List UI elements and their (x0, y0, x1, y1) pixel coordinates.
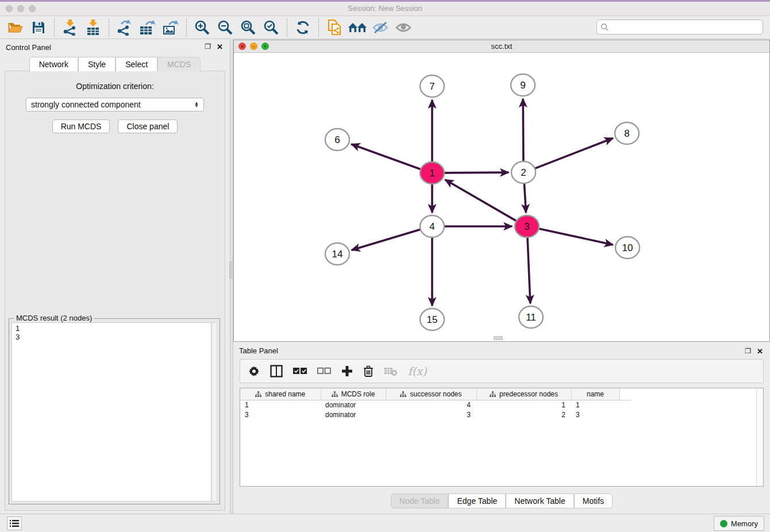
tab-edge-table[interactable]: Edge Table (448, 494, 506, 508)
table-settings-gear-icon[interactable] (248, 363, 260, 380)
table-row[interactable]: 1dominator411 (240, 400, 631, 410)
export-image-icon[interactable] (161, 18, 180, 37)
table-cell[interactable]: 4 (386, 400, 476, 410)
export-network-icon[interactable] (115, 18, 134, 37)
tab-motifs[interactable]: Motifs (574, 494, 613, 508)
mcds-result-title: MCDS result (2 nodes) (14, 314, 94, 322)
table-cell[interactable]: 3 (571, 410, 619, 419)
column-header-successor-nodes[interactable]: successor nodes (386, 388, 476, 400)
import-table-icon[interactable] (83, 18, 103, 37)
tab-mcds[interactable]: MCDS (157, 57, 201, 71)
task-history-button[interactable] (7, 516, 22, 530)
close-panel-icon[interactable]: ✕ (217, 43, 223, 51)
hide-selected-eye-icon[interactable] (371, 18, 390, 37)
node-table: shared nameMCDS rolesuccessor nodesprede… (240, 388, 764, 487)
window-title: Session: New Session (0, 4, 770, 13)
graph-edge-3-11[interactable] (528, 237, 530, 303)
delete-column-trash-icon[interactable] (363, 363, 374, 380)
table-cell[interactable]: 2 (476, 410, 571, 419)
table-cell[interactable]: 3 (386, 410, 476, 419)
memory-button[interactable]: Memory (714, 516, 764, 531)
graph-edge-3-10[interactable] (538, 229, 613, 245)
import-network-icon[interactable] (60, 18, 80, 37)
table-cell[interactable]: 1 (240, 400, 321, 410)
table-row[interactable]: 3dominator323 (240, 410, 631, 419)
search-input[interactable] (611, 23, 759, 32)
search-icon (600, 23, 609, 31)
table-scrollbar[interactable] (756, 388, 763, 486)
node-table-grid: shared nameMCDS rolesuccessor nodesprede… (240, 388, 631, 419)
column-header-predecessor-nodes[interactable]: predecessor nodes (476, 388, 571, 400)
float-table-panel-icon[interactable]: ❐ (745, 347, 751, 356)
tab-select[interactable]: Select (116, 57, 157, 71)
table-cell[interactable]: dominator (321, 400, 386, 410)
table-panel-title: Table Panel (239, 346, 278, 355)
table-cell[interactable]: 1 (571, 400, 619, 410)
tab-network[interactable]: Network (29, 57, 78, 71)
clone-network-icon[interactable] (325, 18, 344, 37)
graph-edge-2-3[interactable] (524, 183, 526, 213)
delete-table-icon[interactable] (384, 363, 398, 380)
optimization-criterion-select[interactable]: strongly connected component ▲▼ (26, 98, 204, 111)
graph-node-label-15: 15 (427, 314, 438, 325)
control-panel-tabs: Network Style Select MCDS (0, 57, 230, 71)
tab-node-table[interactable]: Node Table (391, 494, 449, 508)
export-table-icon[interactable] (138, 18, 157, 37)
graph-node-label-2: 2 (521, 167, 526, 178)
graph-edge-4-14[interactable] (352, 229, 421, 250)
first-neighbors-icon[interactable] (348, 18, 367, 37)
refresh-layout-icon[interactable] (293, 18, 313, 37)
graph-node-label-7: 7 (429, 81, 434, 92)
zoom-out-icon[interactable] (215, 18, 235, 37)
graph-edge-1-2[interactable] (444, 172, 509, 173)
table-cell[interactable]: dominator (321, 410, 386, 419)
table-cell[interactable]: 3 (240, 410, 321, 419)
graph-edge-1-6[interactable] (352, 144, 422, 169)
float-panel-icon[interactable]: ❐ (205, 43, 211, 51)
result-scrollbar[interactable] (211, 322, 217, 502)
zoom-in-icon[interactable] (192, 18, 212, 37)
graph-edge-2-8[interactable] (534, 138, 613, 168)
memory-status-icon (720, 520, 727, 527)
task-list-icon (10, 519, 19, 527)
control-panel-title: Control Panel (6, 43, 51, 52)
graph-edge-2-9[interactable] (523, 99, 523, 162)
tab-style[interactable]: Style (78, 57, 116, 71)
close-panel-button[interactable]: Close panel (118, 119, 178, 133)
status-bar: Memory (0, 514, 770, 532)
network-window-titlebar[interactable]: ✕ − + scc.txt (234, 40, 769, 53)
table-toolbar: f(x) (240, 359, 764, 383)
deselect-all-icon[interactable] (317, 363, 331, 380)
graph-node-label-4: 4 (429, 221, 434, 232)
column-header-name[interactable]: name (571, 388, 619, 400)
application-window: Session: New Session (0, 0, 770, 532)
mcds-result-groupbox: MCDS result (2 nodes) 1 3 (9, 318, 220, 504)
network-view-window: ✕ − + scc.txt 7968124314101511 (233, 40, 770, 342)
zoom-fit-icon[interactable] (238, 18, 258, 37)
network-splitter-grip[interactable] (494, 336, 503, 340)
add-column-icon[interactable] (341, 363, 353, 380)
open-file-icon[interactable] (6, 18, 25, 37)
search-box[interactable] (596, 20, 763, 34)
select-all-icon[interactable] (293, 363, 307, 380)
mcds-result-text[interactable]: 1 3 (11, 322, 211, 502)
graph-node-label-9: 9 (520, 80, 525, 91)
column-header-MCDS-role[interactable]: MCDS role (321, 388, 386, 400)
graph-node-label-6: 6 (334, 134, 340, 145)
graph-edge-3-1[interactable] (445, 180, 517, 221)
optimization-criterion-label: Optimization criterion: (5, 82, 225, 91)
column-header-shared-name[interactable]: shared name (240, 388, 321, 400)
network-graph[interactable]: 7968124314101511 (234, 53, 769, 342)
zoom-selected-icon[interactable] (261, 18, 281, 37)
save-session-icon[interactable] (29, 18, 48, 37)
table-panel: Table Panel ❐ ✕ (233, 344, 770, 515)
show-all-eye-icon[interactable] (394, 18, 413, 37)
run-mcds-button[interactable]: Run MCDS (52, 119, 110, 133)
function-builder-icon[interactable]: f(x) (408, 363, 427, 380)
network-canvas[interactable]: 7968124314101511 (234, 53, 769, 341)
tab-network-table[interactable]: Network Table (506, 494, 573, 508)
column-panel-icon[interactable] (270, 363, 283, 380)
close-table-panel-icon[interactable]: ✕ (757, 347, 763, 356)
select-arrows-icon: ▲▼ (194, 102, 199, 107)
table-cell[interactable]: 1 (476, 400, 571, 410)
